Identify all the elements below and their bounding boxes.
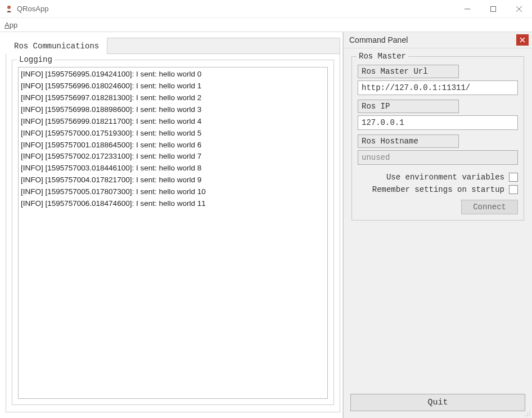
resize-grip-icon[interactable] (524, 410, 531, 417)
ros-master-url-label: Ros Master Url (358, 65, 459, 78)
tab-ros-communications[interactable]: Ros Communications (6, 38, 107, 54)
remember-row: Remember settings on startup (358, 185, 518, 194)
svg-point-11 (527, 415, 528, 416)
command-panel-body: Ros Master Ros Master Url Ros IP Ros Hos… (344, 48, 532, 389)
minimize-icon (465, 6, 470, 12)
log-line: [INFO] [1595757005.017807300]: I sent: h… (21, 186, 325, 198)
titlebar: QRosApp (0, 0, 532, 18)
tab-content: Logging [INFO] [1595756995.019424100]: I… (6, 54, 340, 412)
log-line: [INFO] [1595756997.018281300]: I sent: h… (21, 92, 325, 104)
left-pane: Ros Communications Logging [INFO] [15957… (0, 32, 343, 418)
log-line: [INFO] [1595756996.018024600]: I sent: h… (21, 80, 325, 92)
ros-ip-input[interactable] (358, 115, 518, 130)
svg-point-8 (527, 413, 528, 414)
ros-hostname-input (358, 150, 518, 165)
log-output[interactable]: [INFO] [1595756995.019424100]: I sent: h… (18, 67, 328, 399)
svg-point-0 (7, 6, 11, 9)
log-line: [INFO] [1595757000.017519300]: I sent: h… (21, 128, 325, 140)
connect-button[interactable]: Connect (461, 200, 518, 214)
log-line: [INFO] [1595756998.018898600]: I sent: h… (21, 104, 325, 116)
window-title: QRosApp (17, 5, 48, 13)
close-icon (516, 6, 522, 12)
use-env-label: Use environment variables (386, 173, 504, 182)
quit-button[interactable]: Quit (350, 394, 525, 411)
logging-groupbox: Logging [INFO] [1595756995.019424100]: I… (12, 60, 334, 405)
tab-strip-remainder (107, 38, 340, 54)
svg-point-12 (529, 415, 530, 416)
close-icon (520, 37, 525, 43)
use-env-row: Use environment variables (358, 173, 518, 182)
maximize-button[interactable] (480, 0, 506, 18)
ros-hostname-label: Ros Hostname (358, 134, 459, 148)
use-env-checkbox[interactable] (509, 173, 518, 182)
command-panel-close-button[interactable] (516, 34, 529, 46)
log-line: [INFO] [1595757003.018446100]: I sent: h… (21, 163, 325, 174)
quit-row: Quit (344, 389, 532, 418)
maximize-icon (490, 6, 496, 12)
ros-master-url-input[interactable] (358, 80, 518, 95)
ros-ip-label: Ros IP (358, 100, 459, 113)
svg-point-9 (529, 413, 530, 414)
tab-strip: Ros Communications (6, 38, 340, 54)
logging-group-title: Logging (17, 55, 55, 64)
log-line: [INFO] [1595757004.017821700]: I sent: h… (21, 174, 325, 186)
command-panel-header: Command Panel (344, 32, 532, 48)
menubar: App (0, 18, 532, 32)
svg-point-10 (525, 415, 526, 416)
command-panel-title: Command Panel (349, 35, 516, 44)
svg-point-7 (529, 411, 530, 412)
ros-master-group-title: Ros Master (357, 52, 408, 61)
svg-rect-2 (491, 6, 496, 11)
remember-label: Remember settings on startup (372, 185, 504, 194)
log-line: [INFO] [1595756999.018211700]: I sent: h… (21, 116, 325, 128)
close-button[interactable] (506, 0, 532, 18)
remember-checkbox[interactable] (509, 185, 518, 194)
log-line: [INFO] [1595756995.019424100]: I sent: h… (21, 69, 325, 80)
log-line: [INFO] [1595757001.018864500]: I sent: h… (21, 140, 325, 151)
window-controls (454, 0, 532, 18)
ros-master-groupbox: Ros Master Ros Master Url Ros IP Ros Hos… (351, 56, 524, 221)
app-icon (4, 5, 13, 14)
connect-row: Connect (358, 200, 518, 214)
log-line: [INFO] [1595757006.018474600]: I sent: h… (21, 198, 325, 210)
command-panel: Command Panel Ros Master Ros Master Url … (343, 32, 532, 418)
menu-app[interactable]: App (4, 21, 17, 29)
log-line: [INFO] [1595757002.017233100]: I sent: h… (21, 151, 325, 163)
minimize-button[interactable] (454, 0, 480, 18)
